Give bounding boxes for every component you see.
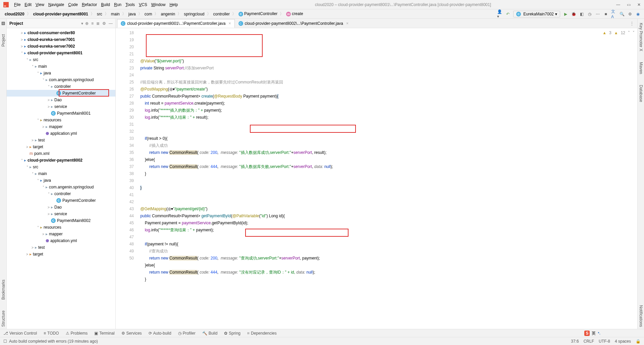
crumb[interactable]: springcloud (182, 11, 206, 17)
menu-build[interactable]: Build (99, 2, 112, 7)
menu-run[interactable]: Run (112, 2, 123, 7)
profile-icon[interactable]: ◷ (587, 11, 592, 17)
crumb[interactable]: cloud-provider-payment8001 (32, 11, 90, 17)
bookmarks-tab[interactable]: Bookmarks (0, 278, 6, 302)
tree-row[interactable]: mpom.xml (7, 150, 115, 157)
avatar-icon[interactable]: ◉ (635, 11, 641, 17)
tool-problems[interactable]: ⚠Problems (66, 331, 88, 336)
tool-terminal[interactable]: ▣Terminal (94, 331, 114, 336)
tree-row[interactable]: ˅▸resources (7, 224, 115, 231)
status-indicator[interactable]: 37:6 (571, 339, 579, 344)
crumb[interactable]: com (143, 11, 154, 17)
tree-row[interactable]: CPaymentController (7, 197, 115, 204)
crumb[interactable]: mcreate (285, 11, 304, 17)
tree-row[interactable]: >▸cloud-consumer-order80 (7, 30, 115, 36)
project-tool-icon[interactable]: ▤ (1, 21, 5, 25)
tree-row[interactable]: >▸mapper (7, 123, 115, 130)
menu-code[interactable]: Code (66, 2, 80, 7)
status-indicator[interactable]: CRLF (584, 339, 594, 344)
tree-row[interactable]: >▸service (7, 103, 115, 110)
tree-row[interactable]: >▸cloud-eureka-server7001 (7, 36, 115, 43)
user-icon[interactable]: 👤▾ (497, 11, 502, 17)
stop-icon[interactable]: ■ (603, 11, 608, 17)
tool-todo[interactable]: ≡TODO (44, 331, 59, 336)
status-indicator[interactable]: 4 spaces (615, 339, 631, 344)
chevron-up-icon[interactable]: ˄ (628, 30, 630, 37)
tool-dependencies[interactable]: ⌗Dependencies (247, 331, 277, 336)
inspections-widget[interactable]: ▲3 ▲12 ˄ ˅ (602, 30, 635, 37)
back-icon[interactable]: ↶ (505, 11, 511, 17)
project-tab[interactable]: Project (0, 32, 6, 49)
collapse-all-icon[interactable]: ≣ (96, 21, 100, 26)
settings-icon[interactable]: ⚙ (627, 11, 633, 17)
tree-row[interactable]: ˅▸resources (7, 117, 115, 123)
close-tab-icon[interactable]: × (228, 21, 231, 26)
hide-icon[interactable]: — (109, 21, 113, 26)
chevron-down-icon[interactable]: ˅ (633, 30, 635, 37)
translate-icon[interactable]: 文A (611, 11, 616, 17)
crumb[interactable]: CPaymentController (237, 11, 279, 17)
tree-row[interactable]: ˅▸cloud-provider-payment8001 (7, 50, 115, 56)
tree-row[interactable]: >▸test (7, 137, 115, 143)
menu-vcs[interactable]: VCS (137, 2, 149, 7)
menu-window[interactable]: Window (149, 2, 168, 7)
menu-help[interactable]: Help (167, 2, 180, 7)
menu-navigate[interactable]: Navigate (46, 2, 66, 7)
maven-tab[interactable]: Maven (638, 60, 644, 76)
debug-icon[interactable]: 🐞 (571, 11, 576, 17)
tree-row[interactable]: ⬣application.yml (7, 237, 115, 244)
menu-view[interactable]: View (34, 2, 46, 7)
minimize-icon[interactable]: — (616, 2, 620, 7)
menu-tools[interactable]: Tools (123, 2, 137, 7)
tool-auto-build[interactable]: ⟳Auto-build (149, 331, 171, 336)
crumb[interactable]: java (127, 11, 137, 17)
tree-row[interactable]: ⬣application.yml (7, 130, 115, 137)
search-icon[interactable]: 🔍 (619, 11, 625, 17)
close-icon[interactable]: ✕ (637, 2, 641, 7)
tool-profiler[interactable]: ◷Profiler (178, 331, 196, 336)
code-editor[interactable]: ▲3 ▲12 ˄ ˅ @Value("${server.port}") priv… (136, 28, 637, 329)
tree-row[interactable]: ˅▸controller (7, 190, 115, 197)
tree-row[interactable]: ˅▸java (7, 70, 115, 76)
tree-row[interactable]: ˅▸cloud-provider-payment8002 (7, 157, 115, 164)
ime-lang[interactable]: 英 (592, 331, 596, 336)
crumb[interactable]: controller (212, 11, 231, 17)
tree-row[interactable]: >▸Dao (7, 97, 115, 103)
status-indicator[interactable]: UTF-8 (599, 339, 610, 344)
sogou-icon[interactable]: S (584, 331, 590, 336)
editor-tab[interactable]: Ccloud-provider-payment8002\...\PaymentC… (235, 19, 353, 28)
tree-row[interactable]: ˅▸main (7, 170, 115, 177)
maximize-icon[interactable]: ▭ (627, 2, 631, 7)
tree-row[interactable]: >▸target (7, 251, 115, 257)
tool-spring[interactable]: ✿Spring (224, 331, 240, 336)
tree-row[interactable]: >▸test (7, 244, 115, 251)
tree-row[interactable]: >▸cloud-eureka-server7002 (7, 43, 115, 50)
tree-row[interactable]: ˅▸com.angenin.springcloud (7, 76, 115, 83)
tree-row[interactable]: >▸mapper (7, 231, 115, 237)
tree-row[interactable]: CPaymentController (7, 90, 115, 97)
select-opened-icon[interactable]: ⊕ (85, 21, 89, 26)
coverage-icon[interactable]: ◧ (579, 11, 584, 17)
tree-row[interactable]: >▸service (7, 211, 115, 217)
tool-services[interactable]: ⚙Services (121, 331, 142, 336)
crumb[interactable]: src (96, 11, 104, 17)
chevron-down-icon[interactable]: ▾ (81, 21, 83, 26)
menu-edit[interactable]: Edit (22, 2, 34, 7)
editor-tab[interactable]: Ccloud-provider-payment8001\...\PaymentC… (117, 19, 235, 28)
run-icon[interactable]: ▶ (563, 11, 568, 17)
tab-overflow-icon[interactable]: ⋮ (628, 21, 636, 26)
tree-row[interactable]: ˅▸src (7, 164, 115, 170)
database-tab[interactable]: Database (638, 83, 644, 104)
run-config-selector[interactable]: C EurekaMain7002 ▾ (513, 11, 560, 17)
tool-version-control[interactable]: ⎇Version Control (3, 331, 37, 336)
crumb[interactable]: cloud2020 (3, 11, 26, 17)
tree-row[interactable]: CPaymentMain8001 (7, 110, 115, 117)
tree-row[interactable]: CPaymentMain8002 (7, 217, 115, 224)
crumb[interactable]: angenin (159, 11, 176, 17)
close-tab-icon[interactable]: × (346, 21, 348, 26)
tree-row[interactable]: ˅▸main (7, 63, 115, 70)
tree-row[interactable]: ˅▸controller (7, 83, 115, 90)
lock-icon[interactable]: 🔒 (636, 339, 641, 344)
crumb[interactable]: main (110, 11, 121, 17)
tree-row[interactable]: ˅▸src (7, 56, 115, 63)
